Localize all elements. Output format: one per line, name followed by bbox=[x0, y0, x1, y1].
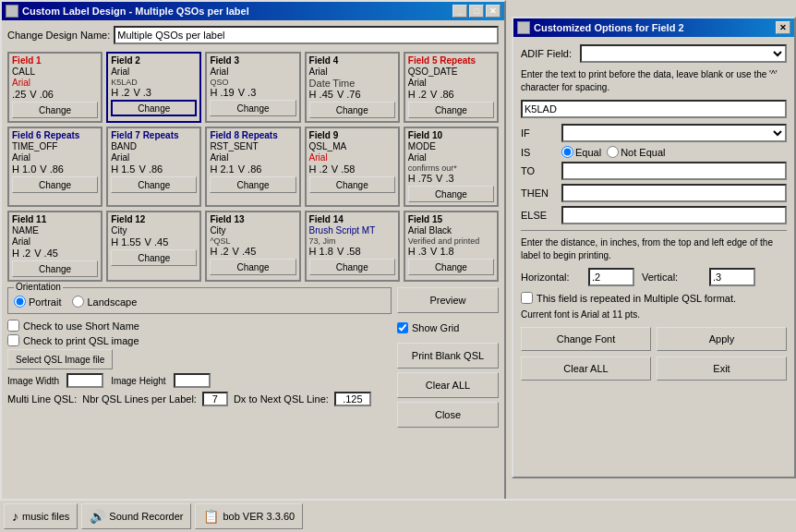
dx-label: Dx to Next QSL Line: bbox=[234, 393, 329, 405]
field13-change-button[interactable]: Change bbox=[210, 259, 295, 275]
field9-h: H .2 bbox=[309, 163, 328, 175]
field14-extra: 73, Jim bbox=[309, 236, 395, 246]
print-before-input[interactable] bbox=[521, 100, 787, 118]
field6-v: V .86 bbox=[40, 163, 64, 175]
field-box-6: Field 6 Repeats TIME_OFF Arial H 1.0 V .… bbox=[7, 127, 103, 207]
print-blank-button[interactable]: Print Blank QSL bbox=[397, 343, 499, 369]
options-title-bar: Customized Options for Field 2 ✕ bbox=[513, 18, 794, 37]
close-button-main[interactable]: Close bbox=[397, 402, 499, 428]
field9-v: V .58 bbox=[332, 163, 356, 175]
field1-coords: .25 V .06 bbox=[12, 89, 98, 100]
field1-label: Field 1 bbox=[12, 55, 98, 66]
main-clear-all-button[interactable]: Clear ALL bbox=[397, 372, 499, 398]
print-qsl-checkbox[interactable] bbox=[7, 334, 19, 346]
maximize-button[interactable]: □ bbox=[469, 5, 484, 18]
field11-change-button[interactable]: Change bbox=[12, 260, 98, 277]
landscape-radio[interactable] bbox=[72, 296, 84, 308]
show-grid-checkbox[interactable] bbox=[397, 322, 408, 333]
main-window-icon bbox=[6, 5, 18, 18]
field2-change-button[interactable]: Change bbox=[111, 100, 197, 116]
field1-change-button[interactable]: Change bbox=[12, 102, 98, 118]
design-name-input[interactable] bbox=[114, 26, 499, 44]
landscape-label: Landscape bbox=[87, 296, 137, 308]
not-equal-radio-label[interactable]: Not Equal bbox=[607, 146, 665, 158]
adif-field-row: ADIF Field: bbox=[521, 44, 787, 63]
field11-name: NAME bbox=[12, 225, 98, 236]
field1-name: CALL bbox=[12, 66, 98, 77]
field15-change-button[interactable]: Change bbox=[408, 259, 494, 275]
horizontal-input[interactable] bbox=[588, 268, 634, 286]
taskbar-item-bob[interactable]: 📋 bob VER 3.3.60 bbox=[195, 503, 303, 529]
field6-change-button[interactable]: Change bbox=[12, 176, 98, 193]
field3-change-button[interactable]: Change bbox=[210, 100, 295, 116]
minimize-button[interactable]: _ bbox=[452, 5, 467, 18]
options-window-title: Customized Options for Field 2 bbox=[534, 22, 684, 33]
field8-h: H 2.1 bbox=[210, 163, 234, 175]
not-equal-radio[interactable] bbox=[607, 146, 619, 158]
field10-change-button[interactable]: Change bbox=[408, 186, 494, 202]
adif-field-select[interactable] bbox=[580, 44, 787, 63]
field12-coords: H 1.55 V .45 bbox=[111, 236, 197, 248]
portrait-radio[interactable] bbox=[14, 296, 26, 308]
field15-extra: Verified and printed bbox=[408, 236, 494, 246]
vertical-input[interactable] bbox=[709, 268, 755, 286]
design-name-label: Change Design Name: bbox=[7, 30, 110, 41]
equal-radio[interactable] bbox=[561, 146, 573, 158]
field4-v: V .76 bbox=[337, 89, 361, 100]
field3-v: V .3 bbox=[238, 87, 257, 98]
field4-change-button[interactable]: Change bbox=[309, 102, 395, 118]
equal-radio-label[interactable]: Equal bbox=[561, 146, 601, 158]
dx-input[interactable] bbox=[334, 392, 371, 406]
show-grid-row: Show Grid bbox=[397, 317, 499, 339]
taskbar-item-sound[interactable]: 🔊 Sound Recorder bbox=[81, 503, 191, 529]
then-row: THEN bbox=[521, 184, 787, 202]
field9-coords: H .2 V .58 bbox=[309, 163, 395, 175]
options-clear-all-button[interactable]: Clear ALL bbox=[521, 357, 651, 381]
field12-change-button[interactable]: Change bbox=[111, 249, 197, 266]
close-button[interactable]: ✕ bbox=[486, 5, 501, 18]
field14-coords: H 1.8 V .58 bbox=[309, 246, 395, 257]
apply-button[interactable]: Apply bbox=[657, 327, 787, 351]
field5-coords: H .2 V .86 bbox=[408, 89, 494, 100]
if-select[interactable] bbox=[561, 124, 787, 142]
portrait-radio-label[interactable]: Portrait bbox=[14, 296, 61, 308]
field14-change-button[interactable]: Change bbox=[309, 259, 395, 275]
image-width-input[interactable] bbox=[66, 373, 103, 388]
field8-change-button[interactable]: Change bbox=[210, 176, 295, 193]
adif-field-label: ADIF Field: bbox=[521, 48, 576, 59]
options-window: Customized Options for Field 2 ✕ ADIF Fi… bbox=[512, 17, 796, 478]
field-box-3: Field 3 Arial QSO H .19 V .3 Change bbox=[205, 52, 300, 123]
image-height-input[interactable] bbox=[174, 373, 211, 388]
taskbar-item-music[interactable]: ♪ music files bbox=[4, 503, 78, 529]
to-input[interactable] bbox=[561, 162, 787, 180]
bottom-row-inputs: Multi Line QSL: Nbr QSL Lines per Label:… bbox=[7, 392, 392, 406]
bottom-section: Orientation Portrait Landscape bbox=[7, 287, 499, 428]
print-qsl-checkbox-row: Check to print QSL image bbox=[7, 334, 392, 346]
field-box-12: Field 12 City H 1.55 V .45 Change bbox=[106, 211, 201, 282]
if-label: IF bbox=[521, 127, 558, 139]
else-input[interactable] bbox=[561, 206, 787, 224]
then-input[interactable] bbox=[561, 184, 787, 202]
change-font-button[interactable]: Change Font bbox=[521, 327, 651, 351]
options-close-button[interactable]: ✕ bbox=[776, 21, 790, 34]
field10-v: V .3 bbox=[436, 173, 454, 184]
nbr-lines-input[interactable] bbox=[202, 392, 228, 406]
portrait-label: Portrait bbox=[29, 296, 61, 308]
exit-button[interactable]: Exit bbox=[657, 357, 787, 381]
field7-change-button[interactable]: Change bbox=[111, 176, 197, 193]
field5-change-button[interactable]: Change bbox=[408, 102, 494, 118]
field15-coords: H .3 V 1.8 bbox=[408, 246, 494, 257]
preview-button[interactable]: Preview bbox=[397, 287, 499, 313]
if-row: IF bbox=[521, 124, 787, 142]
field2-label: Field 2 bbox=[111, 55, 197, 66]
landscape-radio-label[interactable]: Landscape bbox=[72, 296, 137, 308]
repeated-checkbox[interactable] bbox=[521, 292, 533, 304]
field9-change-button[interactable]: Change bbox=[309, 176, 395, 193]
field2-extra: K5LAD bbox=[111, 78, 197, 87]
field7-label: Field 7 Repeats bbox=[111, 130, 197, 140]
short-name-checkbox[interactable] bbox=[7, 320, 19, 332]
equal-label: Equal bbox=[575, 147, 601, 158]
field8-name: RST_SENT bbox=[210, 141, 295, 151]
main-title-bar: Custom Label Design - Multiple QSOs per … bbox=[2, 2, 504, 20]
select-image-button[interactable]: Select QSL Image file bbox=[7, 349, 113, 369]
